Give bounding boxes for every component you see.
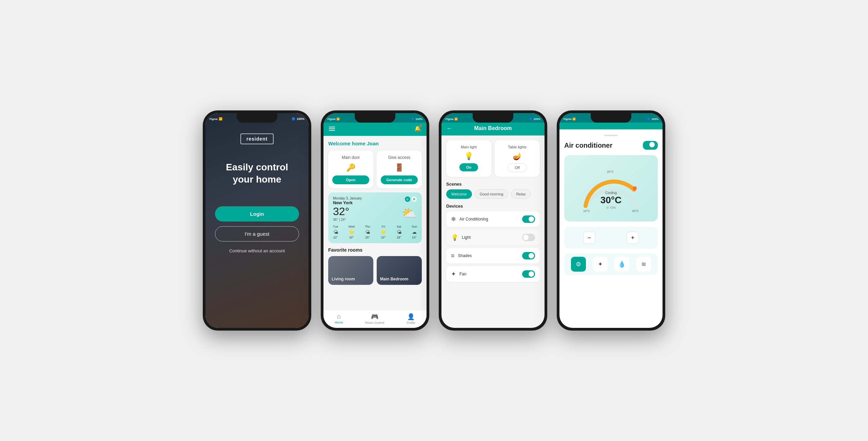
give-access-title: Give access	[381, 155, 418, 160]
main-light-card: Main light 💡 On	[446, 140, 491, 177]
weather-main: 32° 36° | 24° ⛅	[333, 205, 417, 222]
nav-profile[interactable]: 👤 Profile	[407, 313, 415, 324]
room-control-nav-icon: 🎮	[365, 313, 384, 320]
phone-3-bedroom: Figma 📶 9:41 AM 🔵 100% ← Main Bedroom Ma…	[439, 110, 547, 331]
drag-indicator	[604, 135, 618, 136]
phone-notch	[355, 113, 395, 123]
main-light-on-button[interactable]: On	[459, 163, 478, 171]
dry-mode-button[interactable]: 💧	[614, 257, 629, 272]
ac-toggle[interactable]	[522, 215, 535, 223]
fan-icon: ✦	[451, 270, 456, 278]
battery-status: 🔵 100%	[647, 118, 658, 121]
battery-status: 🔵 100%	[411, 118, 422, 121]
nav-room-control[interactable]: 🎮 Room Control	[365, 313, 384, 324]
nav-home[interactable]: ⌂ Home	[335, 313, 343, 324]
continue-link[interactable]: Continue without an account	[229, 248, 285, 253]
scene-welcome[interactable]: Welcome	[446, 189, 472, 199]
svg-text:10°C: 10°C	[583, 209, 590, 213]
shades-toggle[interactable]	[522, 252, 535, 259]
svg-text:Cooling: Cooling	[605, 191, 617, 195]
status-right: 🔵 100%	[292, 117, 304, 121]
device-light: 💡 Light	[446, 230, 540, 245]
ac-controls: − +	[564, 227, 658, 249]
login-button[interactable]: Login	[215, 206, 299, 222]
bulb-icon: 💡	[450, 152, 487, 161]
living-room-card[interactable]: Living room	[328, 256, 373, 285]
table-lights-off-button[interactable]: Off	[508, 163, 527, 172]
increase-button[interactable]: +	[627, 232, 639, 244]
device-fan-left: ✦ Fan	[451, 270, 467, 278]
signal-text: Figma 📶	[328, 118, 340, 121]
give-access-card: Give access 🚪 Generate code	[377, 150, 422, 188]
rooms-row: Living room Main Bedroom	[328, 256, 422, 285]
ac-power-toggle[interactable]	[643, 141, 658, 150]
hamburger-line	[329, 127, 335, 127]
svg-text:⊙ 72%: ⊙ 72%	[606, 206, 616, 209]
bedroom-scroll: Main light 💡 On Table lights 🪔 Off Scene…	[441, 135, 545, 328]
logo-text: resident	[246, 136, 268, 142]
decrease-button[interactable]: −	[583, 232, 595, 244]
menu-button[interactable]	[329, 127, 335, 131]
phone-notch	[591, 113, 631, 123]
fan-mode-button[interactable]: ✦	[593, 257, 608, 272]
scenes-row: Welcome Good morning Relax	[446, 189, 540, 199]
device-shades-left: ≡ Shades	[451, 252, 472, 259]
weather-date: Monday 3, January	[333, 196, 362, 200]
back-button[interactable]: ←	[446, 125, 452, 132]
light-cards-row: Main light 💡 On Table lights 🪔 Off	[446, 140, 540, 177]
phone-notch	[473, 113, 513, 123]
cf-toggle: C F	[405, 196, 417, 202]
room-header: ← Main Bedroom	[441, 123, 545, 135]
favorite-rooms-title: Favorite rooms	[328, 247, 422, 253]
svg-text:30°C: 30°C	[600, 195, 622, 205]
room-control-nav-label: Room Control	[365, 321, 384, 324]
home-scroll: Welcome home Joan Main door 🔑 Open Give …	[323, 136, 427, 310]
fan-toggle[interactable]	[522, 270, 535, 278]
profile-nav-label: Profile	[407, 321, 415, 324]
fahrenheit-button[interactable]: F	[412, 196, 417, 202]
signal-text: Figma	[210, 118, 218, 121]
logo: resident	[240, 133, 274, 144]
welcome-name: Joan	[367, 141, 379, 146]
settings-mode-button[interactable]: ⚙	[571, 257, 586, 272]
ac-title-row: Air conditioner	[564, 141, 658, 150]
ac-title: Air conditioner	[564, 142, 612, 149]
profile-nav-icon: 👤	[407, 313, 415, 320]
welcome-prefix: Welcome home	[328, 141, 367, 146]
guest-button[interactable]: I'm a guest	[215, 226, 299, 241]
wind-mode-button[interactable]: ≋	[636, 257, 651, 272]
main-bedroom-card[interactable]: Main Bedroom	[377, 256, 422, 285]
device-ac: ❄ Air Conditioning	[446, 211, 540, 227]
scene-relax[interactable]: Relax	[511, 189, 531, 199]
light-toggle[interactable]	[522, 234, 535, 241]
generate-code-button[interactable]: Generate code	[381, 175, 418, 184]
weather-day-tue: Tue 🌤 22°	[333, 225, 338, 239]
app-header: 🔔	[323, 123, 427, 136]
device-list: ❄ Air Conditioning 💡 Light	[446, 211, 540, 282]
device-fan: ✦ Fan	[446, 266, 540, 282]
weather-day-sat: Sat 🌤 18°	[397, 225, 401, 239]
hamburger-line	[329, 130, 335, 131]
scenes-label: Scenes	[446, 182, 540, 187]
room-title: Main Bedroom	[474, 125, 512, 131]
notification-bell[interactable]: 🔔	[414, 125, 421, 132]
ac-content: Figma 📶 9:41 AM 🔵 100% Air conditioner	[559, 113, 663, 328]
weather-days-row: Tue 🌤 22° Wed ⭐ 32° Thu 🌤 25°	[333, 225, 417, 239]
wifi-icon: 📶	[219, 117, 222, 121]
table-lights-card: Table lights 🪔 Off	[495, 140, 540, 177]
svg-text:20°C: 20°C	[607, 170, 614, 173]
key-icon: 🔑	[332, 163, 369, 172]
open-button[interactable]: Open	[332, 175, 369, 184]
home-nav-icon: ⌂	[335, 313, 343, 320]
scene-good-morning[interactable]: Good morning	[475, 189, 509, 199]
celsius-button[interactable]: C	[405, 196, 410, 202]
weather-range: 36° | 24°	[333, 218, 349, 222]
cloud-icon: ⛅	[402, 206, 417, 220]
device-ac-left: ❄ Air Conditioning	[451, 215, 488, 223]
shades-name: Shades	[458, 253, 472, 258]
device-shades: ≡ Shades	[446, 248, 540, 264]
thermostat-svg: 10°C 20°C 30°C Cooling 30°C ⊙ 72%	[577, 162, 645, 216]
main-door-title: Main door	[332, 155, 369, 160]
ac-name: Air Conditioning	[459, 217, 488, 222]
login-content: resident Easily control your home Login …	[205, 113, 309, 328]
